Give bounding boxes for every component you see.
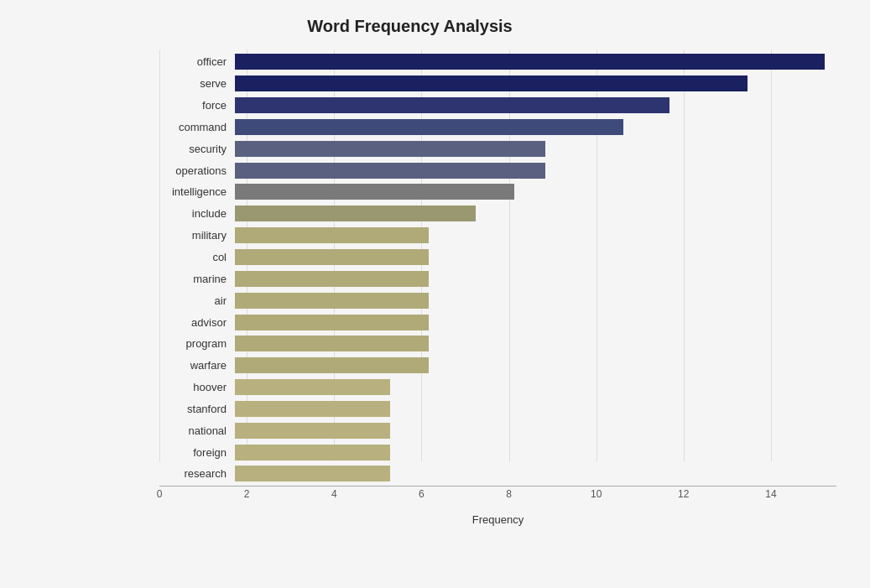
bar-row: stanford bbox=[159, 398, 836, 420]
bar-row: col bbox=[159, 247, 836, 268]
bar-row: marine bbox=[159, 268, 836, 289]
x-tick-label: 2 bbox=[244, 488, 250, 500]
bar-label: include bbox=[159, 207, 235, 220]
bar-track bbox=[235, 75, 836, 91]
bar-row: research bbox=[159, 463, 836, 485]
bar-row: serve bbox=[159, 73, 836, 95]
x-tick-label: 4 bbox=[331, 488, 337, 500]
bar-track bbox=[235, 379, 836, 395]
bar-track bbox=[235, 336, 836, 351]
bar-track bbox=[235, 54, 836, 70]
bar-row: foreign bbox=[159, 441, 836, 463]
y-axis-labels bbox=[84, 49, 159, 528]
bar-fill bbox=[235, 293, 429, 309]
bar-row: intelligence bbox=[159, 181, 836, 203]
bar-label: col bbox=[159, 251, 235, 263]
bar-label: security bbox=[159, 143, 235, 155]
bar-label: marine bbox=[159, 273, 235, 285]
bar-fill bbox=[235, 184, 514, 200]
bar-fill bbox=[235, 336, 429, 351]
bar-track bbox=[235, 227, 836, 243]
bar-fill bbox=[235, 271, 429, 287]
chart-title: Word Frequency Analysis bbox=[34, 17, 786, 36]
bar-track bbox=[235, 206, 836, 221]
bar-fill bbox=[235, 141, 545, 157]
bar-label: command bbox=[159, 121, 235, 133]
bar-fill bbox=[235, 97, 669, 113]
bar-fill bbox=[235, 54, 825, 70]
bar-label: military bbox=[159, 229, 235, 242]
bar-fill bbox=[235, 163, 545, 179]
bar-label: stanford bbox=[159, 403, 235, 415]
bar-fill bbox=[235, 401, 390, 417]
bar-label: foreign bbox=[159, 446, 235, 459]
bar-label: national bbox=[159, 424, 235, 437]
bar-row: hoover bbox=[159, 377, 836, 398]
bar-track bbox=[235, 293, 836, 309]
bar-track bbox=[235, 97, 836, 113]
bar-fill bbox=[235, 357, 429, 373]
bar-track bbox=[235, 401, 836, 417]
bar-track bbox=[235, 163, 836, 179]
bar-track bbox=[235, 271, 836, 287]
x-tick-label: 12 bbox=[678, 488, 689, 500]
bar-track bbox=[235, 249, 836, 265]
bar-track bbox=[235, 423, 836, 439]
bar-row: warfare bbox=[159, 355, 836, 377]
bar-track bbox=[235, 466, 836, 481]
bar-label: advisor bbox=[159, 316, 235, 329]
bar-row: security bbox=[159, 138, 836, 159]
x-tick-label: 0 bbox=[157, 488, 163, 500]
bar-row: force bbox=[159, 95, 836, 117]
chart-plot-area: officerserveforcecommandsecurityoperatio… bbox=[159, 49, 836, 528]
bar-row: command bbox=[159, 117, 836, 138]
bar-row: officer bbox=[159, 51, 836, 73]
bar-row: program bbox=[159, 333, 836, 355]
bar-track bbox=[235, 119, 836, 135]
bar-track bbox=[235, 141, 836, 157]
bar-label: warfare bbox=[159, 359, 235, 372]
bar-fill bbox=[235, 206, 476, 221]
bar-row: air bbox=[159, 289, 836, 311]
bar-label: officer bbox=[159, 55, 235, 68]
bar-label: intelligence bbox=[159, 185, 235, 198]
bar-fill bbox=[235, 379, 390, 395]
x-tick-label: 6 bbox=[419, 488, 425, 500]
bar-label: operations bbox=[159, 164, 235, 177]
bar-row: military bbox=[159, 225, 836, 247]
bar-label: research bbox=[159, 467, 235, 480]
bar-fill bbox=[235, 466, 390, 481]
bar-label: hoover bbox=[159, 381, 235, 393]
bar-fill bbox=[235, 315, 429, 330]
bar-row: include bbox=[159, 203, 836, 225]
x-axis-label: Frequency bbox=[159, 512, 836, 528]
bar-row: operations bbox=[159, 159, 836, 181]
x-tick-label: 8 bbox=[506, 488, 512, 500]
bar-fill bbox=[235, 75, 748, 91]
bar-track bbox=[235, 184, 836, 200]
bar-label: force bbox=[159, 99, 235, 112]
bar-fill bbox=[235, 445, 390, 461]
bar-fill bbox=[235, 249, 429, 265]
bar-track bbox=[235, 315, 836, 330]
bar-fill bbox=[235, 119, 623, 135]
x-tick-label: 14 bbox=[765, 488, 776, 500]
bar-label: program bbox=[159, 337, 235, 350]
bar-row: advisor bbox=[159, 311, 836, 333]
bar-track bbox=[235, 357, 836, 373]
bar-fill bbox=[235, 423, 390, 439]
x-tick-label: 10 bbox=[591, 488, 602, 500]
bar-fill bbox=[235, 227, 429, 243]
bar-row: national bbox=[159, 419, 836, 441]
chart-container: Word Frequency Analysis officerserveforc… bbox=[0, 0, 870, 588]
bar-track bbox=[235, 445, 836, 461]
bar-label: air bbox=[159, 294, 235, 307]
bar-label: serve bbox=[159, 77, 235, 90]
